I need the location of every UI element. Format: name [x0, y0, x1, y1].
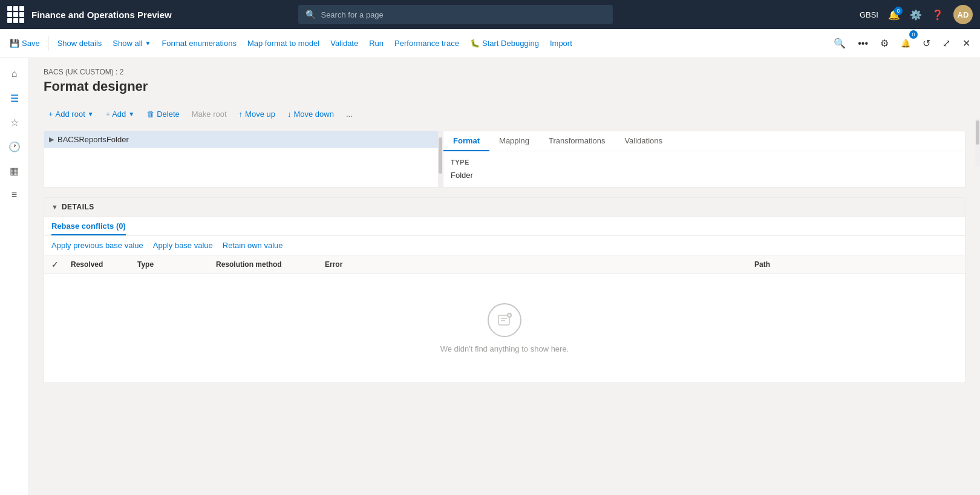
toolbar-notif-badge: 0 — [909, 30, 918, 39]
move-up-label: Move up — [245, 110, 275, 119]
save-label: Save — [22, 39, 40, 48]
show-details-button[interactable]: Show details — [53, 33, 107, 54]
app-layout: ⌂ ☰ ☆ 🕐 ▦ ≡ BACS (UK CUSTOM) : 2 Format … — [0, 58, 980, 495]
details-header[interactable]: ▼ DETAILS — [44, 198, 965, 217]
add-root-chevron-icon: ▼ — [88, 111, 94, 117]
more-options-icon[interactable]: ••• — [853, 33, 873, 54]
tab-transformations[interactable]: Transformations — [539, 131, 615, 151]
run-label: Run — [369, 39, 384, 48]
start-debugging-label: Start Debugging — [482, 39, 539, 48]
rebase-conflicts-tab[interactable]: Rebase conflicts (0) — [51, 221, 126, 235]
close-icon[interactable]: ✕ — [958, 33, 975, 54]
apply-base-button[interactable]: Apply base value — [153, 240, 213, 251]
tree-scrollbar-thumb[interactable] — [439, 137, 442, 174]
add-button[interactable]: + Add ▼ — [101, 104, 140, 123]
more-label: ... — [346, 110, 353, 119]
tree-item-bacs[interactable]: ▶ BACSReportsFolder — [44, 131, 443, 148]
run-button[interactable]: Run — [364, 33, 388, 54]
col-error-header: Error — [322, 258, 752, 271]
add-root-label: Add root — [56, 110, 85, 119]
notification-toolbar-icon[interactable]: 🔔 0 — [896, 33, 915, 54]
type-label: Type — [451, 156, 958, 168]
retain-own-button[interactable]: Retain own value — [223, 240, 283, 251]
search-toolbar-icon[interactable]: 🔍 — [829, 33, 851, 54]
refresh-icon[interactable]: ↺ — [918, 33, 935, 54]
right-scrollbar-track[interactable] — [975, 118, 980, 166]
top-bar-right: GBSI 🔔 0 ⚙️ ❓ AD — [860, 5, 973, 24]
move-down-button[interactable]: ↓ Move down — [283, 104, 339, 123]
delete-label: Delete — [157, 110, 180, 119]
add-root-button[interactable]: + Add root ▼ — [44, 104, 99, 123]
performance-trace-label: Performance trace — [394, 39, 459, 48]
delete-icon: 🗑 — [146, 110, 154, 119]
move-up-button[interactable]: ↑ Move up — [234, 104, 280, 123]
make-root-button: Make root — [187, 104, 232, 123]
help-icon[interactable]: ❓ — [932, 9, 944, 21]
tree-chevron-icon: ▶ — [49, 136, 54, 143]
show-all-chevron: ▼ — [145, 40, 151, 47]
tree-scrollbar-track[interactable] — [438, 131, 443, 187]
avatar[interactable]: AD — [953, 5, 973, 24]
top-bar: Finance and Operations Preview 🔍 Search … — [0, 0, 980, 29]
add-chevron-icon: ▼ — [128, 111, 134, 117]
sidebar-home-icon[interactable]: ⌂ — [4, 63, 25, 85]
gbsi-label: GBSI — [860, 10, 878, 19]
start-debugging-button[interactable]: 🐛 Start Debugging — [465, 33, 544, 54]
rebase-conflicts-label: Rebase conflicts (0) — [51, 221, 126, 231]
detail-content: Type Folder — [443, 151, 965, 187]
tree-panel: ▶ BACSReportsFolder — [44, 131, 443, 187]
save-button[interactable]: 💾 Save — [5, 33, 45, 54]
toolbar-right: 🔍 ••• ⚙ 🔔 0 ↺ ⤢ ✕ — [829, 33, 975, 54]
format-enumerations-button[interactable]: Format enumerations — [157, 33, 241, 54]
details-header-label: DETAILS — [62, 203, 94, 211]
tab-mapping[interactable]: Mapping — [489, 131, 539, 151]
performance-trace-button[interactable]: Performance trace — [390, 33, 464, 54]
tab-format[interactable]: Format — [443, 131, 489, 151]
map-format-label: Map format to model — [247, 39, 319, 48]
search-bar[interactable]: 🔍 Search for a page — [298, 5, 613, 24]
show-all-button[interactable]: Show all ▼ — [108, 33, 155, 54]
type-value: Folder — [451, 168, 958, 182]
add-root-plus-icon: + — [48, 110, 53, 119]
table-header: ✓ Resolved Type Resolution method Error … — [44, 255, 965, 274]
tab-validations[interactable]: Validations — [615, 131, 672, 151]
tree-content: ▶ BACSReportsFolder — [44, 131, 443, 187]
sidebar-star-icon[interactable]: ☆ — [4, 111, 25, 133]
validate-label: Validate — [330, 39, 358, 48]
import-button[interactable]: Import — [545, 33, 577, 54]
settings-toolbar-icon[interactable]: ⚙ — [875, 33, 893, 54]
validate-button[interactable]: Validate — [325, 33, 363, 54]
col-type-header: Type — [135, 258, 214, 271]
show-all-label: Show all — [113, 39, 142, 48]
empty-state-icon — [488, 303, 521, 337]
sidebar-filter-icon[interactable]: ☰ — [4, 87, 25, 109]
right-scrollbar-thumb[interactable] — [976, 120, 979, 145]
details-tabs: Rebase conflicts (0) — [44, 217, 965, 236]
format-enumerations-label: Format enumerations — [162, 39, 237, 48]
empty-state-text: We didn't find anything to show here. — [440, 344, 569, 353]
settings-icon[interactable]: ⚙️ — [910, 9, 922, 21]
col-resolved-header: Resolved — [68, 258, 135, 271]
tree-item-label: BACSReportsFolder — [57, 135, 129, 144]
toolbar: 💾 Save Show details Show all ▼ Format en… — [0, 29, 980, 58]
tree-detail-wrapper: ▶ BACSReportsFolder Format Mapping Trans… — [44, 131, 965, 188]
app-title: Finance and Operations Preview — [31, 10, 172, 20]
delete-button[interactable]: 🗑 Delete — [142, 104, 185, 123]
move-down-label: Move down — [293, 110, 333, 119]
sidebar-dashboard-icon[interactable]: ▦ — [4, 160, 25, 182]
more-button[interactable]: ... — [341, 104, 358, 123]
debug-icon: 🐛 — [470, 39, 480, 48]
empty-state: We didn't find anything to show here. — [44, 274, 965, 382]
sidebar-list-icon[interactable]: ≡ — [4, 184, 25, 206]
map-format-button[interactable]: Map format to model — [243, 33, 324, 54]
details-collapse-icon: ▼ — [51, 203, 58, 211]
maximize-icon[interactable]: ⤢ — [938, 33, 955, 54]
left-sidebar: ⌂ ☰ ☆ 🕐 ▦ ≡ — [0, 58, 29, 495]
apply-previous-base-button[interactable]: Apply previous base value — [51, 240, 143, 251]
sidebar-history-icon[interactable]: 🕐 — [4, 136, 25, 157]
details-section: ▼ DETAILS Rebase conflicts (0) Apply pre… — [44, 197, 965, 383]
notification-icon[interactable]: 🔔 0 — [888, 9, 900, 21]
waffle-icon[interactable] — [7, 6, 24, 23]
import-label: Import — [550, 39, 572, 48]
breadcrumb: BACS (UK CUSTOM) : 2 — [44, 68, 965, 76]
